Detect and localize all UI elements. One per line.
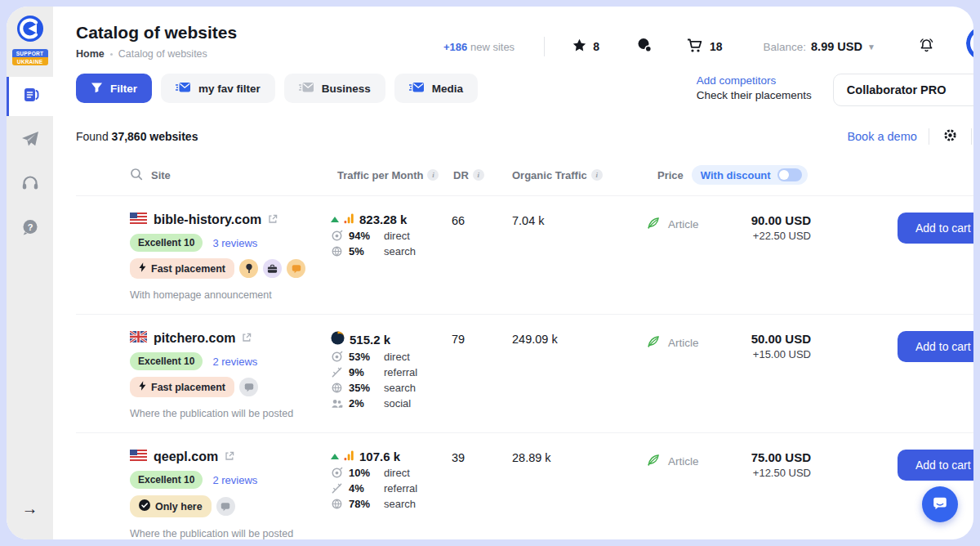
info-icon[interactable]: i	[473, 169, 484, 181]
comment-icon[interactable]	[216, 497, 235, 516]
comment-icon[interactable]	[239, 378, 258, 396]
main-content: Catalog of websites Home Catalog of webs…	[53, 7, 973, 539]
add-to-cart-button[interactable]: Add to cart	[898, 213, 973, 244]
book-demo-link[interactable]: Book a demo	[847, 130, 916, 143]
referral-icon	[331, 482, 343, 495]
breadcrumb-home[interactable]: Home	[76, 48, 105, 60]
column-header-site[interactable]: Site	[151, 169, 171, 181]
traffic-pct: 94%	[349, 230, 378, 242]
niche-tree-icon[interactable]	[239, 259, 258, 278]
reviews-link[interactable]: 3 reviews	[212, 237, 257, 249]
column-header-organic[interactable]: Organic Traffic	[512, 169, 587, 181]
favorites-count: 8	[593, 40, 599, 53]
star-icon	[572, 38, 586, 55]
info-icon[interactable]: i	[427, 169, 439, 181]
add-to-cart-button[interactable]: Add to cart	[898, 331, 973, 362]
breadcrumb-separator	[110, 53, 113, 56]
lightning-icon	[139, 262, 146, 275]
traffic-value: 107.6 k	[359, 450, 400, 463]
filter-button[interactable]: Filter	[76, 74, 152, 103]
media-filter-button[interactable]: Media	[394, 74, 478, 103]
balance-label: Balance:	[764, 41, 807, 53]
media-filter-label: Media	[432, 83, 463, 95]
with-discount-label: With discount	[701, 169, 771, 181]
found-count: Found 37,860 websites	[76, 130, 198, 143]
traffic-pct: 78%	[349, 498, 378, 510]
app-logo[interactable]: SUPPORT UKRAINE	[12, 15, 48, 65]
table-header: Site Traffic per Month i DR i Organic Tr…	[76, 165, 973, 195]
breadcrumb: Home Catalog of websites	[76, 48, 443, 60]
external-link-icon[interactable]	[242, 331, 252, 346]
sidebar-item-telegram[interactable]	[7, 121, 53, 160]
sidebar: SUPPORT UKRAINE ?	[7, 7, 53, 539]
table-row: qeepl.com Excellent 10 2 reviews Only he…	[76, 432, 973, 539]
site-domain[interactable]: bible-history.com	[154, 213, 261, 227]
plan-select[interactable]: Collaborator PRO ▼	[833, 74, 973, 106]
traffic-cell: 823.28 k 94% direct 5% search	[331, 213, 452, 257]
page-title: Catalog of websites	[76, 23, 443, 43]
table-row: pitchero.com Excellent 10 2 reviews Fast…	[76, 314, 973, 432]
site-domain[interactable]: qeepl.com	[154, 450, 218, 464]
external-link-icon[interactable]	[225, 450, 234, 464]
price-extra: +22.50 USD	[713, 230, 811, 242]
breadcrumb-current: Catalog of websites	[118, 48, 207, 60]
sidebar-item-catalog[interactable]	[7, 77, 53, 116]
column-header-dr[interactable]: DR	[453, 169, 469, 181]
sidebar-nav: ?	[7, 77, 53, 248]
add-competitors-link[interactable]: Add competitors	[697, 74, 777, 87]
comment-icon[interactable]	[287, 259, 305, 278]
organic-value: 7.04 k	[512, 213, 643, 227]
column-header-traffic[interactable]: Traffic per Month	[337, 169, 423, 181]
support-ukraine-line2: UKRAINE	[12, 57, 48, 65]
feather-icon	[646, 453, 661, 470]
notifications-button[interactable]	[918, 38, 935, 56]
business-filter-button[interactable]: Business	[284, 74, 385, 103]
balance-selector[interactable]: Balance: 8.99 USD ▼	[764, 40, 875, 53]
add-to-cart-button[interactable]: Add to cart	[898, 450, 973, 481]
reviews-link[interactable]: 2 reviews	[212, 356, 257, 368]
info-icon[interactable]: i	[591, 169, 603, 181]
arrow-right-icon: →	[22, 499, 38, 517]
headphones-icon	[21, 175, 39, 195]
traffic-source: social	[384, 397, 411, 410]
with-discount-toggle[interactable]	[777, 168, 802, 181]
direct-target-icon	[331, 230, 343, 242]
competitors-block: Add competitors Check their placements	[697, 74, 812, 103]
user-avatar[interactable]	[966, 26, 973, 60]
support-ukraine-badge: SUPPORT UKRAINE	[12, 49, 48, 65]
price-cell: 75.00 USD +12.50 USD	[713, 450, 811, 479]
results-actions: Book a demo	[847, 126, 973, 147]
traffic-source: search	[384, 245, 416, 257]
site-domain[interactable]: pitchero.com	[154, 331, 235, 346]
sidebar-collapse-button[interactable]: →	[7, 499, 53, 518]
dialogs-button[interactable]	[637, 38, 653, 56]
search-globe-icon	[331, 382, 343, 394]
question-bubble-icon: ?	[21, 218, 39, 239]
social-people-icon	[331, 397, 343, 410]
flag-us-icon	[130, 213, 147, 227]
new-sites-count: +186	[443, 41, 467, 53]
external-link-icon[interactable]	[268, 213, 278, 227]
bell-icon	[918, 38, 935, 56]
column-header-price[interactable]: Price	[657, 169, 684, 181]
site-cell: pitchero.com Excellent 10 2 reviews Fast…	[76, 331, 331, 419]
favorites-button[interactable]: 8	[572, 38, 599, 55]
plan-select-value: Collaborator PRO	[847, 83, 947, 96]
traffic-pct: 2%	[349, 397, 378, 410]
sidebar-item-support[interactable]	[7, 165, 53, 204]
search-icon[interactable]	[130, 168, 143, 183]
intercom-chat-icon	[931, 495, 949, 515]
chat-launcher-button[interactable]	[922, 486, 958, 522]
reviews-link[interactable]: 2 reviews	[212, 474, 257, 486]
business-briefcase-icon[interactable]	[263, 259, 282, 278]
toggle-knob	[779, 170, 789, 180]
fav-filter-button[interactable]: my fav filter	[161, 74, 275, 103]
referral-icon	[331, 366, 343, 378]
sidebar-item-help[interactable]: ?	[7, 209, 53, 248]
price-extra: +12.50 USD	[713, 467, 811, 479]
catalog-icon	[22, 86, 40, 107]
table-settings-button[interactable]	[941, 126, 960, 147]
cart-button[interactable]: 18	[687, 38, 723, 56]
check-placements-text: Check their placements	[697, 88, 812, 103]
traffic-source: referral	[384, 366, 417, 378]
